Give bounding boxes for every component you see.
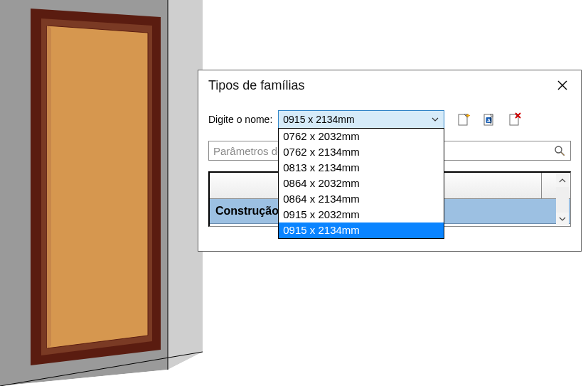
svg-marker-6 [47,26,51,348]
close-icon [557,80,568,91]
dialog-body: Digite o nome: 0915 x 2134mm 0762 x 2032… [198,100,581,251]
combo-field[interactable]: 0915 x 2134mm [278,110,444,129]
combo-option[interactable]: 0762 x 2134mm [279,144,444,160]
combo-dropdown-list[interactable]: 0762 x 2032mm0762 x 2134mm0813 x 2134mm0… [278,128,444,239]
door-scene [0,0,203,386]
close-button[interactable] [552,75,572,95]
scroll-track[interactable] [556,187,569,213]
family-types-dialog: Tipos de famílias Digite o nome: 0915 x … [198,70,582,252]
combo-option[interactable]: 0864 x 2032mm [279,176,444,191]
type-name-combo[interactable]: 0915 x 2134mm 0762 x 2032mm0762 x 2134mm… [278,110,444,129]
combo-option[interactable]: 0864 x 2134mm [279,191,444,207]
new-type-button[interactable] [454,110,473,129]
name-row: Digite o nome: 0915 x 2134mm 0762 x 2032… [208,109,571,130]
rename-type-button[interactable]: A [480,110,498,129]
svg-point-23 [555,146,562,153]
chevron-down-icon [559,217,566,221]
grid-vertical-scrollbar[interactable] [556,174,569,225]
combo-value: 0915 x 2134mm [283,114,354,125]
delete-type-button[interactable] [506,110,524,129]
scroll-up-button[interactable] [556,174,569,187]
rename-page-icon: A [481,112,497,127]
new-page-sparkle-icon [456,112,471,127]
scroll-down-button[interactable] [556,213,569,225]
combo-option[interactable]: 0813 x 2134mm [279,160,444,176]
dialog-title: Tipos de famílias [208,78,304,93]
name-label: Digite o nome: [208,114,272,125]
chevron-up-icon [559,178,566,183]
combo-option[interactable]: 0915 x 2032mm [279,207,444,223]
delete-page-icon [507,112,523,127]
svg-line-25 [562,153,565,156]
combo-option[interactable]: 0762 x 2032mm [279,129,444,144]
combo-option[interactable]: 0915 x 2134mm [279,223,444,238]
model-viewport[interactable] [0,0,203,386]
chevron-down-icon [429,114,441,125]
svg-marker-5 [47,26,148,348]
svg-text:A: A [487,118,491,123]
type-toolbar: A [454,110,524,129]
titlebar: Tipos de famílias [198,70,581,100]
search-icon [553,144,566,157]
